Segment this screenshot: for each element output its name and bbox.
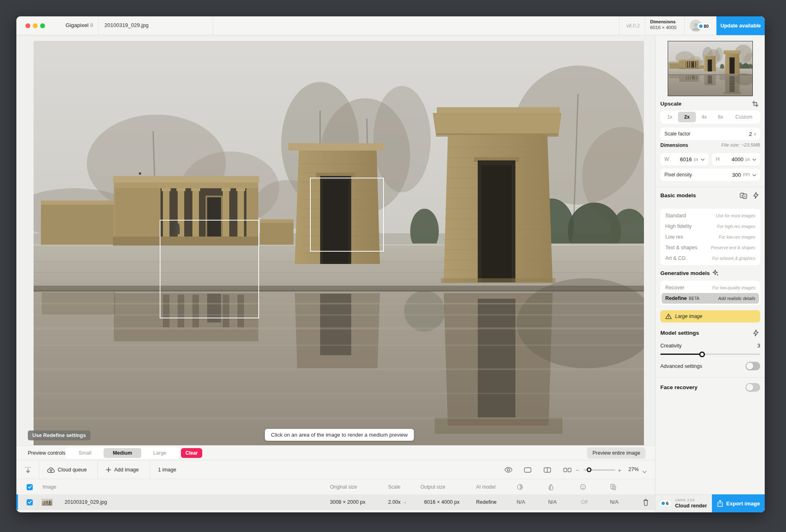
zoom-level[interactable]: 27% [628, 467, 639, 472]
model-text-shapes[interactable]: Text & shapesPreserve text & shapes [660, 242, 760, 253]
clear-previews-button[interactable]: Clear [181, 448, 202, 458]
creativity-slider[interactable] [660, 354, 760, 355]
column-header-image[interactable]: Image [43, 479, 56, 495]
image-count-label: 1 image [158, 460, 176, 479]
split-view-icon [544, 467, 551, 473]
basic-models-card: StandardUse for most images High fidelit… [660, 209, 760, 265]
zoom-slider-knob[interactable] [587, 467, 592, 472]
titlebar-divider [213, 16, 213, 35]
height-field[interactable]: H 4000 px [712, 153, 760, 165]
preview-size-large[interactable]: Large [141, 448, 178, 458]
column-header-scale[interactable]: Scale [388, 479, 400, 495]
export-image-button[interactable]: Export image [712, 494, 765, 512]
settings-sidebar: Upscale 1x 2x 4x 6x Custom Scale factor … [655, 35, 765, 512]
image-tab[interactable]: 20100319_029.jpg [104, 22, 149, 28]
zoom-dropdown-caret[interactable] [642, 468, 647, 475]
trash-icon [643, 499, 649, 506]
update-available-button[interactable]: Update available [716, 16, 765, 35]
image-canvas-area: Use Redefine settings Click on an area o… [16, 35, 655, 445]
column-header-ai-model[interactable]: AI model [476, 479, 495, 495]
upscale-option-6x[interactable]: 6x [712, 112, 729, 122]
check-icon [28, 485, 32, 489]
model-redefine[interactable]: RedefineBETAAdd realistic details [662, 293, 759, 304]
zoom-in-button[interactable]: + [618, 467, 621, 473]
column-header-face-recovery[interactable] [580, 479, 586, 495]
creativity-slider-knob[interactable] [699, 352, 705, 357]
row-checkbox[interactable] [27, 494, 33, 510]
zoom-out-button[interactable]: − [576, 467, 579, 473]
preview-selection-rect-2[interactable] [310, 178, 384, 252]
droplet-icon [548, 484, 554, 490]
cloud-queue-button[interactable]: Cloud queue [47, 460, 87, 479]
toggle-preview-visibility-button[interactable] [504, 460, 513, 479]
column-header-text-recovery[interactable] [610, 479, 617, 495]
single-view-icon [524, 467, 531, 473]
chevron-down-icon [642, 471, 647, 473]
queue-download-button[interactable] [25, 460, 32, 479]
upscale-option-4x[interactable]: 4x [696, 112, 712, 122]
caret-down-icon [752, 174, 756, 176]
column-header-sharpen[interactable] [517, 479, 523, 495]
sidebar-footer: 6 1MIN 22S Cloud render Export image [655, 494, 765, 512]
column-header-original-size[interactable]: Original size [330, 479, 357, 495]
model-recover[interactable]: RecoverFor low-quality images [660, 282, 760, 293]
desktop-background: Gigapixel8 20100319_029.jpg v8.0.2 Dimen… [0, 0, 786, 532]
preview-controls-bar: Preview controls Small Medium Large Clea… [16, 445, 655, 460]
toolbar-divider [150, 460, 150, 479]
sharpen-icon [517, 484, 523, 490]
creativity-row: Creativity 3 [660, 343, 760, 349]
side-by-side-view-button[interactable] [563, 460, 571, 479]
column-header-denoise[interactable] [548, 479, 554, 495]
basic-models-boost-button[interactable] [753, 192, 759, 201]
upscale-option-1x[interactable]: 1x [662, 112, 678, 122]
upscale-option-2x[interactable]: 2x [678, 112, 696, 122]
model-art-cg[interactable]: Art & CGFor artwork & graphics [660, 253, 760, 264]
dimensions-row: Dimensions File size: ~23.5MB [660, 142, 760, 148]
titlebar-divider [619, 16, 619, 35]
split-view-button[interactable] [544, 460, 551, 479]
delete-row-button[interactable] [643, 494, 649, 510]
large-image-warning: Large image [660, 310, 760, 322]
model-settings-boost-button[interactable] [753, 329, 759, 338]
column-header-output-size[interactable]: Output size [420, 479, 445, 495]
model-standard[interactable]: StandardUse for most images [660, 210, 760, 221]
width-field[interactable]: W 6016 px [660, 153, 709, 165]
crop-button[interactable] [752, 101, 759, 109]
compare-models-button[interactable]: AB [740, 192, 747, 201]
row-filename: 20100319_029.jpg [65, 494, 107, 510]
photo-canvas[interactable] [34, 41, 644, 445]
upscale-section-title: Upscale [660, 101, 682, 107]
face-recovery-title: Face recovery [660, 384, 698, 390]
preview-entire-image-button[interactable]: Preview entire image [587, 447, 646, 459]
row-output-size: 6016 × 4000 px [424, 494, 460, 510]
scale-factor-field[interactable]: Scale factor 2 x [660, 128, 760, 140]
preview-size-small[interactable]: Small [66, 448, 104, 458]
upscale-option-custom[interactable]: Custom [729, 112, 759, 122]
pixel-density-field[interactable]: Pixel density 300 PPI [660, 169, 760, 181]
basic-models-title: Basic models [660, 192, 696, 198]
credits-badge[interactable]: 80 [697, 23, 711, 29]
redefine-settings-tooltip[interactable]: Use Redefine settings [28, 431, 90, 440]
titlebar-divider [98, 16, 99, 35]
select-all-checkbox[interactable] [27, 479, 33, 495]
add-image-button[interactable]: Add image [106, 460, 139, 479]
queue-table-row[interactable]: 20100319_029.jpg 3008 × 2000 px 2.00x → … [16, 494, 655, 510]
titlebar-divider [645, 16, 645, 35]
model-low-res[interactable]: Low resFor low-res images [660, 232, 760, 242]
preview-controls-label: Preview controls [28, 450, 66, 456]
zoom-slider[interactable] [583, 469, 615, 471]
minimize-window-button[interactable] [33, 23, 38, 28]
preview-size-medium[interactable]: Medium [104, 448, 141, 458]
single-view-button[interactable] [524, 460, 531, 479]
navigator-thumbnail[interactable] [668, 41, 753, 96]
face-recovery-toggle[interactable] [745, 383, 760, 392]
zoom-window-button[interactable] [40, 23, 45, 28]
model-high-fidelity[interactable]: High fidelityFor high-res images [660, 221, 760, 232]
cloud-icon [47, 467, 55, 473]
advanced-settings-toggle[interactable] [745, 362, 760, 370]
generative-models-title: Generative models [660, 270, 710, 276]
preview-selection-rect-1[interactable] [160, 220, 259, 318]
close-window-button[interactable] [25, 23, 30, 28]
creativity-value: 3 [757, 343, 760, 349]
side-by-side-view-icon [563, 467, 571, 473]
